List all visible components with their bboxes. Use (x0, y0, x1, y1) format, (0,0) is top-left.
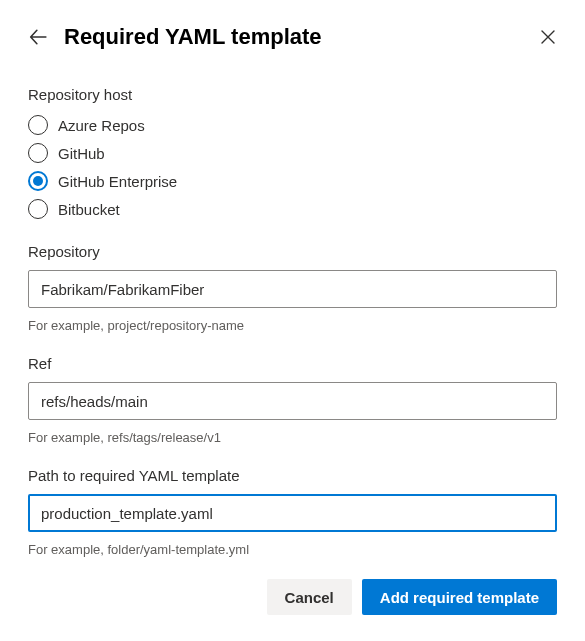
ref-label: Ref (28, 355, 557, 372)
radio-dot-icon (33, 176, 43, 186)
repository-input[interactable] (28, 270, 557, 308)
dialog-footer: Cancel Add required template (28, 579, 557, 615)
cancel-button[interactable]: Cancel (267, 579, 352, 615)
host-option-bitbucket[interactable]: Bitbucket (28, 199, 557, 219)
host-option-label: Bitbucket (58, 201, 120, 218)
host-option-github-enterprise[interactable]: GitHub Enterprise (28, 171, 557, 191)
repository-field-group: Repository For example, project/reposito… (28, 243, 557, 333)
radio-icon (28, 115, 48, 135)
dialog-header: Required YAML template (28, 24, 557, 50)
host-option-label: Azure Repos (58, 117, 145, 134)
dialog-title: Required YAML template (64, 24, 322, 50)
radio-icon (28, 199, 48, 219)
host-option-label: GitHub Enterprise (58, 173, 177, 190)
radio-icon (28, 143, 48, 163)
close-button[interactable] (539, 28, 557, 46)
ref-field-group: Ref For example, refs/tags/release/v1 (28, 355, 557, 445)
path-input[interactable] (28, 494, 557, 532)
back-button[interactable] (28, 27, 48, 47)
host-option-azure-repos[interactable]: Azure Repos (28, 115, 557, 135)
repository-hint: For example, project/repository-name (28, 318, 557, 333)
path-hint: For example, folder/yaml-template.yml (28, 542, 557, 557)
header-left: Required YAML template (28, 24, 322, 50)
ref-input[interactable] (28, 382, 557, 420)
repository-label: Repository (28, 243, 557, 260)
path-label: Path to required YAML template (28, 467, 557, 484)
host-option-label: GitHub (58, 145, 105, 162)
host-label: Repository host (28, 86, 557, 103)
path-field-group: Path to required YAML template For examp… (28, 467, 557, 557)
close-icon (541, 30, 555, 44)
arrow-left-icon (29, 28, 47, 46)
radio-icon (28, 171, 48, 191)
host-option-github[interactable]: GitHub (28, 143, 557, 163)
ref-hint: For example, refs/tags/release/v1 (28, 430, 557, 445)
submit-button[interactable]: Add required template (362, 579, 557, 615)
host-radio-group: Azure ReposGitHubGitHub EnterpriseBitbuc… (28, 115, 557, 219)
